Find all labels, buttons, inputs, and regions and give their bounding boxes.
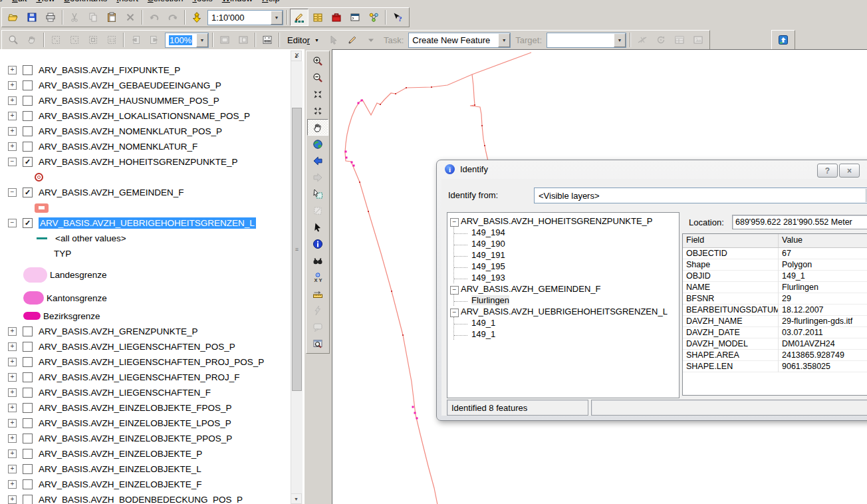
command-line-button[interactable] [346,9,364,26]
attributes-button[interactable] [670,31,689,49]
fixed-zoom-out-tool[interactable] [307,102,328,119]
layer-visibility-checkbox[interactable] [23,96,33,106]
expand-toggle-icon[interactable]: + [8,388,17,397]
tree-feature-label[interactable]: 149_194 [471,227,505,237]
menu-edit[interactable]: Edit [7,0,31,5]
layer-visibility-checkbox[interactable] [23,403,33,413]
menu-tools[interactable]: Tools [187,0,217,5]
layer-visibility-checkbox[interactable] [23,342,33,352]
rotate-tool-button[interactable] [652,31,670,49]
layer-visibility-checkbox[interactable] [23,388,33,398]
magnifier-window-tool[interactable] [307,335,328,352]
expand-toggle-icon[interactable]: + [8,81,17,90]
expand-toggle-icon[interactable]: + [8,327,17,336]
line-symbol-icon[interactable] [23,312,41,320]
expand-toggle-icon[interactable]: + [8,404,17,412]
tree-feature-label[interactable]: 149_1 [471,329,495,339]
line-symbol-icon[interactable] [23,291,44,305]
layer-label[interactable]: ARV_BASIS.AVZH_EINZELOBJEKTE_L [39,464,201,474]
layer-visibility-checkbox[interactable]: ✓ [23,218,33,228]
layer-label[interactable]: ARV_BASIS.AVZH_GRENZPUNKTE_P [39,326,198,336]
whole-page-button[interactable] [84,31,102,49]
layer-label[interactable]: ARV_BASIS.AVZH_NOMENKLATUR_POS_P [39,126,222,136]
layer-visibility-checkbox[interactable] [23,434,33,443]
dialog-help-button[interactable]: ? [817,164,838,178]
menu-file[interactable]: File [0,0,7,5]
fixed-zoom-in-tool[interactable] [307,86,328,102]
tree-feature-item[interactable]: 149_191 [454,249,679,261]
menu-view[interactable]: View [31,0,59,5]
layer-label[interactable]: ARV_BASIS.AVZH_EINZELOBJEKTE_P [39,449,202,459]
task-combo[interactable]: Create New Feature▼ [408,33,511,48]
tree-feature-label[interactable]: 149_1 [471,318,495,328]
layer-label[interactable]: ARV_BASIS.AVZH_LOKALISATIONSNAME_POS_P [39,111,250,121]
expand-toggle-icon[interactable]: + [8,419,17,428]
toc-scrollbar-thumb[interactable]: ≡ [292,108,302,391]
layer-visibility-checkbox[interactable] [23,111,33,121]
select-features-tool[interactable] [307,186,328,202]
layer-visibility-checkbox[interactable] [23,142,33,152]
layer-label[interactable]: ARV_BASIS.AVZH_EINZELOBJEKTE_F [39,479,202,489]
find-tool[interactable] [307,252,328,269]
fixed-zoom-out-layout-button[interactable] [65,31,84,49]
html-popup-tool[interactable] [307,318,328,335]
dialog-close-button[interactable]: × [839,164,860,178]
zoom-in-tool[interactable] [307,53,328,69]
pan-tool[interactable] [307,119,328,136]
tree-feature-item[interactable]: 149_193 [454,272,679,283]
tree-feature-item[interactable]: 149_194 [454,227,679,238]
edit-tool-button[interactable] [324,31,343,49]
split-tool-button[interactable] [633,31,652,49]
layer-label[interactable]: ARV_BASIS.AVZH_LIEGENSCHAFTEN_PROJ_POS_P [39,357,264,367]
polygon-symbol-icon[interactable] [35,203,49,213]
layer-label[interactable]: ARV_BASIS.AVZH_EINZELOBJEKTE_LPOS_P [39,418,231,428]
layer-label[interactable]: ARV_BASIS.AVZH_EINZELOBJEKTE_PPOS_P [39,434,232,443]
tree-feature-label[interactable]: 149_193 [471,273,505,283]
layer-label[interactable]: ARV_BASIS.AVZH_BODENBEDECKUNG_POS_P [39,495,243,504]
layer-label[interactable]: ARV_BASIS.AVZH_NOMENKLATUR_F [39,142,197,152]
identify-tool[interactable] [307,235,328,252]
layer-visibility-checkbox[interactable]: ✓ [23,188,33,197]
add-data-button[interactable] [187,9,206,26]
layer-label[interactable]: ARV_BASIS.AVZH_HOHEITSGRENZPUNKTE_P [39,157,238,167]
clear-selection-tool[interactable] [307,202,328,219]
hyperlink-tool[interactable] [307,302,328,318]
tree-feature-label[interactable]: 149_195 [471,261,505,271]
layer-visibility-checkbox[interactable] [23,126,33,136]
toc-close-icon[interactable]: × [292,51,302,61]
cut-button[interactable] [65,9,84,26]
layer-label[interactable]: ARV_BASIS.AVZH_GEBAEUDEEINGANG_P [39,80,221,90]
expand-toggle-icon[interactable]: + [8,449,17,458]
collapse-toggle-icon[interactable]: − [8,158,17,166]
expand-toggle-icon[interactable]: + [8,373,17,382]
expand-toggle-icon[interactable]: + [8,142,17,151]
zoom-one-to-one-button[interactable]: 1:1 [102,31,121,49]
zoom-out-tool[interactable] [307,69,328,86]
menu-selection[interactable]: Selection [143,0,187,5]
tree-layer-label[interactable]: ARV_BASIS.AVZH_UEBRIGEHOHEITSGRENZEN_L [461,307,668,316]
collapse-toggle-icon[interactable]: − [450,286,459,295]
open-button[interactable] [4,9,23,26]
viewer-window-button-1[interactable] [215,31,234,49]
expand-toggle-icon[interactable]: + [8,434,17,443]
table-header-field[interactable]: Field [683,234,779,247]
expand-toggle-icon[interactable]: + [8,342,17,351]
point-symbol-icon[interactable] [35,173,43,182]
tree-feature-label[interactable]: 149_190 [471,239,505,249]
expand-toggle-icon[interactable]: + [8,96,17,105]
zoom-percent-combo[interactable]: 100%▼ [165,33,209,48]
tree-layer-label[interactable]: ARV_BASIS.AVZH_HOHEITSGRENZPUNKTE_P [461,216,652,226]
layer-label[interactable]: ARV_BASIS.AVZH_FIXPUNKTE_P [39,65,180,75]
tree-feature-item[interactable]: Flurlingen [454,295,679,306]
previous-extent-layout-button[interactable] [126,31,145,49]
layer-visibility-checkbox[interactable]: ✓ [23,157,33,167]
tree-feature-item[interactable]: 149_1 [454,328,679,340]
chevron-down-icon[interactable]: ▼ [196,33,208,47]
viewer-window-button-2[interactable] [234,31,253,49]
chevron-down-icon[interactable]: ▼ [498,33,510,47]
pan-layout-button[interactable] [23,31,41,49]
layer-visibility-checkbox[interactable] [23,418,33,428]
full-extent-tool[interactable] [307,136,328,152]
symbol-handles-button[interactable] [258,31,277,49]
layer-label[interactable]: ARV_BASIS.AVZH_LIEGENSCHAFTEN_POS_P [39,342,235,352]
